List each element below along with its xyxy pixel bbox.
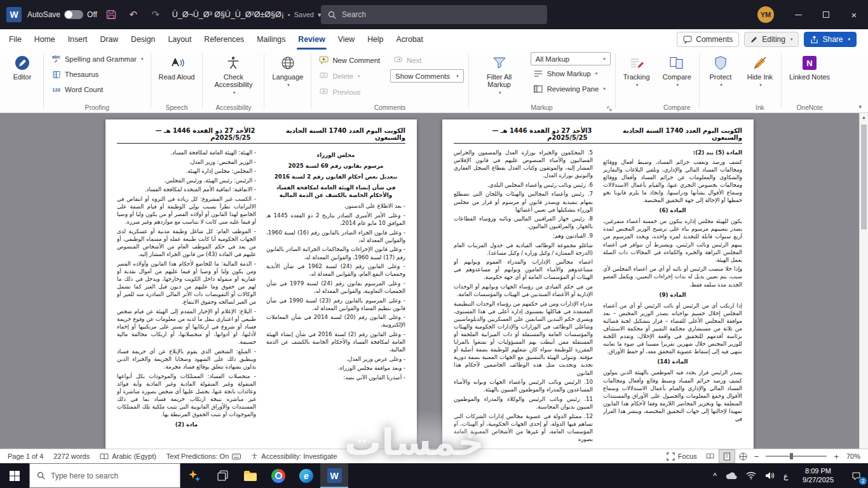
spelling-icon: abc✓ [51, 55, 62, 64]
chevron-down-icon: ▾ [759, 83, 762, 88]
tab-mailings[interactable]: Mailings [250, 29, 292, 50]
document-page[interactable]: الكويت اليوم العدد 1740 السنة الحادية وا… [105, 119, 417, 449]
protect-button[interactable]: Protect ▾ [704, 52, 737, 88]
word-app-icon[interactable]: W [6, 7, 22, 22]
all-markup-select[interactable]: All Markup ▾ [531, 52, 611, 65]
task-view-button[interactable] [208, 463, 236, 488]
close-button[interactable]: × [840, 0, 868, 29]
read-aloud-button[interactable]: Read Aloud [156, 52, 198, 81]
accessibility-status[interactable]: Accessibility: Investigate [246, 449, 342, 463]
editor-button[interactable]: Editor [6, 52, 39, 81]
proofing-status[interactable]: Arabic (Egypt) [95, 449, 161, 463]
web-layout-button[interactable] [736, 450, 751, 463]
minus-icon: − [754, 452, 759, 461]
notification-badge: 2 [859, 477, 867, 485]
print-layout-button[interactable] [719, 450, 735, 463]
tab-file[interactable]: File [3, 29, 28, 50]
tracking-button[interactable]: Tracking ▾ [620, 52, 653, 88]
onedrive-tray-button[interactable] [721, 463, 742, 488]
comments-button[interactable]: Comments [677, 32, 739, 47]
tab-home[interactable]: Home [28, 29, 62, 50]
word-taskbar-button[interactable]: W [320, 463, 348, 488]
titlebar-search[interactable]: Search [321, 5, 547, 24]
spelling-grammar-button[interactable]: abc✓ Spelling and Grammar ▾ [48, 52, 146, 66]
undo-button[interactable]: ↶ [125, 6, 142, 24]
focus-button[interactable]: Focus [661, 449, 702, 463]
tab-view[interactable]: View [332, 29, 361, 50]
text-predictions-indicator[interactable]: Text Predictions: On [161, 449, 246, 463]
zoom-slider[interactable] [766, 456, 827, 457]
paragraph: 7. رئيس وأعضاء المجالس والهيئات واللجان … [454, 190, 593, 213]
show-markup-button[interactable]: Show Markup ▾ [531, 67, 600, 81]
maximize-button[interactable] [812, 0, 840, 29]
minimize-button[interactable] [784, 0, 812, 29]
input-language-indicator[interactable]: ع [779, 463, 792, 488]
zoom-out-button[interactable]: − [752, 452, 762, 461]
delete-comment-button[interactable]: Delete ▾ [316, 69, 383, 83]
dialog-launcher-icon[interactable] [607, 106, 612, 111]
sparkle-icon [188, 470, 201, 482]
tab-draw[interactable]: Draw [93, 29, 125, 50]
new-comment-button[interactable]: New Comment [316, 53, 383, 67]
editing-mode-button[interactable]: Editing ▾ [744, 32, 799, 47]
word-count-indicator[interactable]: 2272 words [48, 449, 95, 463]
tab-acrobat[interactable]: Acrobat [390, 29, 429, 50]
previous-comment-icon [318, 87, 329, 97]
paragraph: مرسوم بقانون رقم 69 لسنة 2025 [266, 162, 405, 170]
avatar[interactable]: YM [757, 6, 774, 23]
check-accessibility-button[interactable]: Check Accessibility ▾ [207, 52, 259, 95]
language-button[interactable]: Language ▾ [269, 52, 306, 88]
thesaurus-button[interactable]: Thesaurus [48, 67, 101, 81]
collapse-ribbon-button[interactable]: ▾ [858, 104, 862, 110]
next-comment-button[interactable]: Next [390, 53, 464, 67]
delete-comment-icon [318, 71, 329, 81]
volume-tray-button[interactable] [761, 463, 779, 488]
document-canvas[interactable]: الكويت اليوم العدد 1740 السنة الحادية وا… [0, 113, 859, 449]
document-title[interactable]: Ù_Ø¬Ù_Ø³ Ø§Ù_Ù_Ø²Ø±Ø§Ø¡ • Saved ▾ [172, 10, 322, 19]
tab-help[interactable]: Help [361, 29, 390, 50]
status-bar: Page 1 of 4 2272 words Arabic (Egypt) Te… [0, 449, 868, 463]
tab-review[interactable]: Review [292, 29, 331, 50]
action-center-button[interactable]: 2 [844, 463, 868, 488]
show-comments-button[interactable]: Show Comments ▾ [390, 69, 464, 83]
scrollbar-thumb[interactable] [861, 125, 867, 229]
share-button[interactable]: Share ▾ [804, 32, 857, 47]
filter-all-markup-label: Filter All Markup [477, 73, 522, 88]
chrome-button[interactable] [264, 463, 292, 488]
redo-button[interactable]: ↷ [147, 6, 164, 24]
save-button[interactable] [103, 6, 119, 24]
search-highlights-icon[interactable] [180, 463, 208, 488]
word-count-button[interactable]: 123 Word Count [48, 83, 105, 97]
document-page[interactable]: الكويت اليوم العدد 1740 السنة الحادية وا… [442, 119, 754, 449]
tab-design[interactable]: Design [125, 29, 161, 50]
reviewing-pane-button[interactable]: Reviewing Pane ▾ [531, 82, 608, 96]
scroll-up-icon[interactable]: ▲ [860, 115, 868, 119]
check-accessibility-label: Check Accessibility [210, 73, 256, 88]
hide-ink-button[interactable]: Hide Ink ▾ [743, 52, 776, 88]
tab-layout[interactable]: Layout [161, 29, 198, 50]
autosave-toggle[interactable] [64, 10, 83, 19]
vertical-scrollbar[interactable]: ▲ [859, 113, 868, 449]
taskbar-search[interactable]: Type here to search [29, 463, 180, 488]
tab-references[interactable]: References [198, 29, 250, 50]
compare-button[interactable]: Compare ▾ [660, 52, 695, 88]
title-separator: • [288, 11, 290, 18]
network-tray-button[interactable] [742, 463, 761, 488]
start-button[interactable] [0, 463, 29, 488]
read-mode-button[interactable] [703, 450, 718, 463]
tab-insert[interactable]: Insert [62, 29, 94, 50]
zoom-in-button[interactable]: + [831, 452, 841, 461]
autosave-control[interactable]: AutoSave Off [27, 10, 97, 19]
linked-notes-button[interactable]: N Linked Notes [786, 52, 833, 81]
clock[interactable]: 8:09 PM9/27/2025 [792, 463, 844, 488]
filter-all-markup-button[interactable]: Filter All Markup ▾ [473, 52, 526, 95]
zoom-slider-thumb[interactable] [790, 453, 793, 459]
zoom-level[interactable]: 70% [841, 449, 865, 463]
previous-comment-button[interactable]: Previous [316, 85, 383, 99]
file-explorer-button[interactable] [236, 463, 264, 488]
ribbon: Editor abc✓ Spelling and Grammar ▾ Thesa… [0, 50, 868, 113]
chevron-up-icon: ^ [713, 471, 717, 480]
page-indicator[interactable]: Page 1 of 4 [3, 449, 48, 463]
edge-button[interactable]: e [292, 463, 320, 488]
hidden-icons-button[interactable]: ^ [709, 463, 721, 488]
